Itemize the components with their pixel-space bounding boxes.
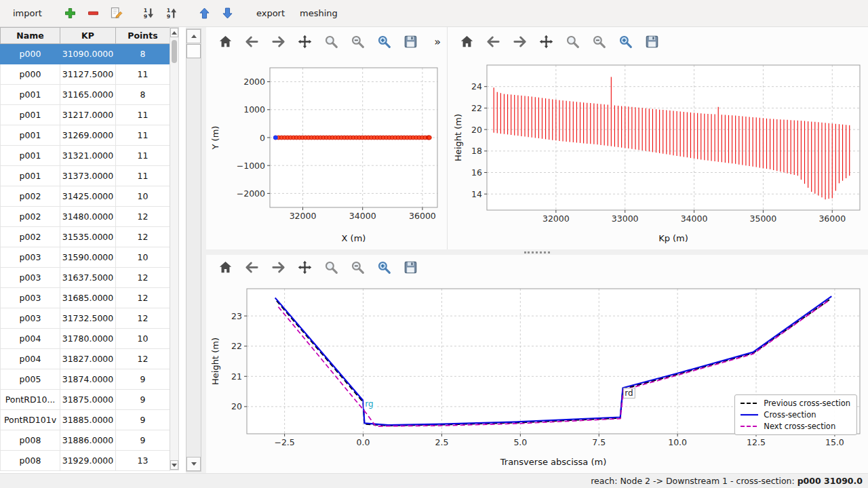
zoom-button[interactable] xyxy=(321,258,340,277)
table-row[interactable]: p00831886.00009 xyxy=(1,430,170,451)
table-row[interactable]: p00131165.00008 xyxy=(1,85,170,105)
forward-button[interactable] xyxy=(269,258,288,277)
zoom-button[interactable] xyxy=(563,32,582,51)
save-icon xyxy=(403,34,418,49)
column-header[interactable]: KP xyxy=(60,28,116,44)
move-down-button[interactable] xyxy=(218,3,238,24)
save-button[interactable] xyxy=(401,258,420,277)
table-row[interactable]: p00531874.00009 xyxy=(1,369,170,390)
pan-icon xyxy=(297,260,313,275)
svg-text:14: 14 xyxy=(471,189,482,199)
table-scrollbar[interactable] xyxy=(170,27,179,470)
back-button[interactable] xyxy=(484,32,502,51)
table-row[interactable]: p00431780.000010 xyxy=(1,329,170,349)
svg-text:22: 22 xyxy=(231,341,242,351)
export-button[interactable]: export xyxy=(250,5,291,22)
table-row[interactable]: p00231425.000010 xyxy=(1,186,170,207)
table-row[interactable]: PontRD101v31885.00009 xyxy=(1,410,170,430)
table-row[interactable]: p00131321.000011 xyxy=(1,146,170,166)
column-header[interactable]: Points xyxy=(116,28,170,44)
table-scrollbar-handle[interactable] xyxy=(172,40,177,63)
home-icon xyxy=(218,34,233,49)
toolbar-overflow-button[interactable]: » xyxy=(430,34,445,49)
column-header[interactable]: Name xyxy=(1,28,60,44)
panel-scroll-up-button[interactable] xyxy=(186,29,201,43)
pan-button[interactable] xyxy=(536,32,555,51)
svg-text:9: 9 xyxy=(144,14,147,20)
sort-descending-button[interactable]: 19 xyxy=(162,3,182,24)
move-up-button[interactable] xyxy=(195,3,215,24)
forward-button[interactable] xyxy=(510,32,529,51)
pan-button[interactable] xyxy=(295,258,314,277)
cell-kp: 31480.0000 xyxy=(60,207,116,227)
table-row[interactable]: p00331637.500012 xyxy=(1,268,170,288)
table-row[interactable]: p00331732.500012 xyxy=(1,308,170,329)
back-icon xyxy=(244,260,260,275)
zoom-out-icon xyxy=(591,34,607,49)
legend-line-sample xyxy=(740,411,759,418)
table-row[interactable]: p00831929.000013 xyxy=(1,451,170,471)
table-row[interactable]: p00131373.000011 xyxy=(1,166,170,186)
zoom-in-button[interactable] xyxy=(374,258,393,277)
splitter-handle[interactable] xyxy=(524,251,550,253)
home-button[interactable] xyxy=(457,32,476,51)
import-button[interactable]: import xyxy=(7,5,48,22)
cell-points: 11 xyxy=(116,125,170,146)
svg-text:20: 20 xyxy=(231,401,242,411)
panel-scrollbar-handle[interactable] xyxy=(186,44,201,58)
forward-button[interactable] xyxy=(269,32,288,51)
table-row[interactable]: p00231535.000012 xyxy=(1,227,170,247)
sort-ascending-button[interactable]: 19 xyxy=(139,3,159,24)
panel-scrollbar[interactable] xyxy=(186,28,201,472)
panel-scroll-down-button[interactable] xyxy=(186,457,201,471)
home-button[interactable] xyxy=(216,258,235,277)
save-button[interactable] xyxy=(642,32,661,51)
table-row[interactable]: p00031127.500011 xyxy=(1,64,170,85)
home-button[interactable] xyxy=(216,32,235,51)
svg-text:36000: 36000 xyxy=(409,211,436,221)
table-scroll-down-button[interactable] xyxy=(170,460,178,470)
meshing-button[interactable]: meshing xyxy=(294,5,344,22)
table-row[interactable]: p00331590.000010 xyxy=(1,247,170,268)
edit-cross-section-button[interactable] xyxy=(106,3,127,24)
table-row[interactable]: p00131217.000011 xyxy=(1,105,170,125)
pan-button[interactable] xyxy=(295,32,314,51)
cell-kp: 31929.0000 xyxy=(60,451,116,471)
legend-item: Previous cross-section xyxy=(740,399,850,408)
cell-points: 12 xyxy=(116,268,170,288)
cell-points: 11 xyxy=(116,105,170,125)
plan-view-plot[interactable]: 320003400036000−2000−1000010002000X (m)Y… xyxy=(206,56,447,249)
table-row[interactable]: p00231480.000012 xyxy=(1,207,170,227)
back-button[interactable] xyxy=(242,258,261,277)
table-row[interactable]: p00131269.000011 xyxy=(1,125,170,146)
cell-kp: 31269.0000 xyxy=(60,125,116,146)
delete-cross-section-button[interactable] xyxy=(83,3,104,24)
remove-icon xyxy=(86,6,100,20)
cell-kp: 31425.0000 xyxy=(60,186,116,207)
save-button[interactable] xyxy=(401,32,420,51)
zoom-in-button[interactable] xyxy=(616,32,635,51)
back-button[interactable] xyxy=(242,32,261,51)
table-scroll-up-button[interactable] xyxy=(170,28,178,37)
add-cross-section-button[interactable] xyxy=(60,3,81,24)
zoom-out-button[interactable] xyxy=(348,32,367,51)
cell-points: 10 xyxy=(116,247,170,268)
save-icon xyxy=(403,260,418,275)
cell-name: p005 xyxy=(1,369,60,390)
cross-section-plot[interactable]: Previous cross-sectionCross-sectionNext … xyxy=(206,279,868,473)
zoom-out-button[interactable] xyxy=(348,258,367,277)
table-row[interactable]: p00331685.000012 xyxy=(1,288,170,308)
svg-text:22: 22 xyxy=(471,103,482,113)
svg-text:0.0: 0.0 xyxy=(357,437,370,447)
table-row[interactable]: p00431827.000012 xyxy=(1,349,170,369)
table-row[interactable]: PontRD10...31875.00009 xyxy=(1,390,170,410)
svg-text:Transverse abscissa (m): Transverse abscissa (m) xyxy=(500,457,607,467)
longitudinal-profile-plot[interactable]: 3200033000340003500036000141618202224Kp … xyxy=(448,56,868,249)
svg-text:16: 16 xyxy=(471,167,482,178)
svg-text:35000: 35000 xyxy=(750,214,777,224)
cell-name: p008 xyxy=(1,451,60,471)
zoom-in-button[interactable] xyxy=(374,32,393,51)
zoom-button[interactable] xyxy=(321,32,340,51)
table-row[interactable]: p00031090.00008 xyxy=(1,44,170,64)
zoom-out-button[interactable] xyxy=(589,32,608,51)
